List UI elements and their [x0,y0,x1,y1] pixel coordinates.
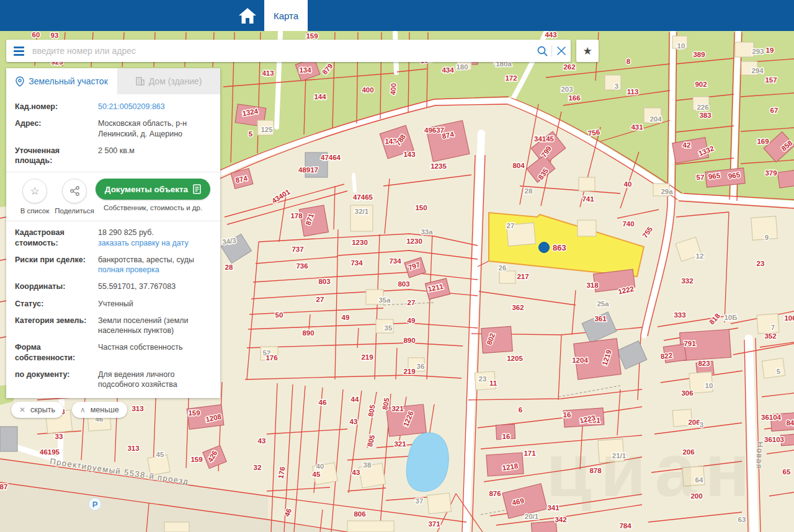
field-address: Адрес: Московская область, р-н Ленинский… [15,118,212,139]
map-parcel-label: 217 [517,273,529,280]
search-button[interactable] [533,40,551,62]
svg-text:P: P [92,500,98,509]
map-parcel-label: 40 [316,463,324,470]
map-parcel-label: 23 [757,260,765,267]
map-parcel-label: 206 [682,448,694,456]
map-parcel-label: 306 [681,389,693,397]
map-parcel-label: 178 [290,212,303,219]
map-parcel-label: 734 [389,257,401,265]
map-parcel-label: 159 [190,456,202,463]
map-parcel-label: 9 [765,234,769,241]
map-parcel-label: 40 [624,180,632,188]
panel-tabs: Земельный участок Дом (здание) [6,68,220,94]
map-parcel-label: 157 [765,76,777,84]
tab-house[interactable]: Дом (здание) [117,68,220,94]
map-parcel-label: 902 [695,81,707,88]
map-parcel-label: 219 [361,353,373,361]
map-parcel-label: 176 [265,354,277,361]
full-check-link[interactable]: полная проверка [98,265,194,275]
map-parcel-label: 806 [354,510,365,518]
map-parcel-label: 10 [677,42,685,50]
tab-land-parcel[interactable]: Земельный участок [6,68,117,94]
map-parcel-label: 842 [786,419,794,427]
map-parcel-label: 734 [350,259,363,267]
map-parcel-label: 43 [258,437,266,445]
map-parcel-label: 172 [505,74,517,82]
share-button[interactable]: Поделиться [55,179,94,215]
collapse-panel-button[interactable]: ∧ меньше [72,402,127,418]
map-parcel-label: 44 [351,396,359,403]
map-parcel-label: 5 [777,368,781,375]
map-parcel-label: 400 [362,86,373,94]
map-parcel-label: 361 [594,315,607,322]
map-parcel-label: 1235 [430,162,447,170]
map-parcel-label: 166 [568,94,580,102]
map-parcel-label: 43 [352,469,360,476]
map-parcel-label: 150 [415,204,427,211]
map-parcel-label: 180 [456,63,468,71]
map-parcel-label: 93 [51,32,59,39]
map-parcel-label: 32 [254,464,262,471]
map-parcel-label: 294 [751,67,764,74]
field-land-category: Категория земель: Земли поселений (земли… [15,316,212,336]
divider [6,172,220,172]
map-parcel-label: 10 [705,382,713,389]
map-parcel-label: 28 [525,187,533,195]
map-parcel-label: 383 [699,112,711,119]
map-parcel-label: 26 [499,264,507,272]
map-parcel-label: 740 [622,220,634,228]
close-icon: ✕ [19,406,25,414]
field-ownership: Форма собственности: Частная собственнос… [15,342,212,363]
map-parcel-label: 823 [698,360,710,367]
favorites-button[interactable]: ★ [576,40,599,62]
tab-map[interactable]: Карта [264,0,308,31]
home-icon [239,8,256,24]
field-cadastral-cost: Кадастровая стоимость: 18 290 825 руб. з… [15,228,212,248]
clear-search-button[interactable] [552,40,571,62]
map-parcel-label: 36 [417,363,425,370]
map-parcel-label: 876 [489,490,501,497]
map-parcel-label: 21/1 [612,452,627,459]
map-parcel-label: 321 [394,440,406,448]
map-parcel-label: 1230 [352,239,368,246]
field-by-document: по документу: Для ведения личного подсоб… [15,370,212,390]
map-parcel-label: 389 [693,51,705,58]
map-parcel-label: 737 [292,246,303,253]
object-documents-button[interactable]: Документы объекта [96,179,210,200]
map-parcel-label: 36103 [764,436,784,443]
search-bar [6,40,571,62]
menu-button[interactable] [6,40,31,62]
hide-panel-button[interactable]: ✕ скрыть [11,402,63,418]
document-icon [193,184,201,194]
order-certificate-link[interactable]: заказать справку на дату [98,238,189,248]
map-parcel-label: 6 [519,406,522,414]
map-parcel-label: 791 [684,340,696,347]
field-coordinates: Координаты: 55.591701, 37.767083 [15,282,212,291]
map-parcel-label: 65 [783,468,791,476]
map-parcel-label: 64 [695,476,703,484]
star-outline-icon: ☆ [30,185,39,198]
add-to-list-button[interactable]: ☆ В список [15,179,55,215]
map-parcel-label: 87 [0,483,7,490]
map-parcel-label: 49 [342,314,350,321]
map-parcel-label: 200 [690,492,702,500]
map-parcel-label: 443 [545,31,556,38]
map-parcel-label: 50 [275,311,283,319]
map-parcel-label: 46195 [40,448,60,456]
panel-footer-buttons: ✕ скрыть ∧ меньше [6,402,220,418]
map-parcel-label: 431 [631,123,643,131]
cad-number-link[interactable]: 50:21:0050209:863 [98,102,165,111]
tab-house-label: Дом (здание) [149,76,202,86]
map-parcel-label: 46 [319,399,327,406]
map-parcel-label: 293 [752,48,764,55]
map-parcel-label: 27 [507,222,515,229]
map-parcel-label: 33 [55,433,63,440]
map-parcel-label: 203 [561,86,573,93]
map-parcel-label: 371 [428,520,440,528]
home-button[interactable] [233,0,262,31]
field-risks: Риски при сделке: банкротства, аресты, с… [15,255,212,275]
map-parcel-label: 159 [306,32,318,40]
map-parcel-label: 262 [563,63,575,71]
map-parcel-label: 57 [697,174,705,181]
search-input[interactable] [31,45,533,56]
